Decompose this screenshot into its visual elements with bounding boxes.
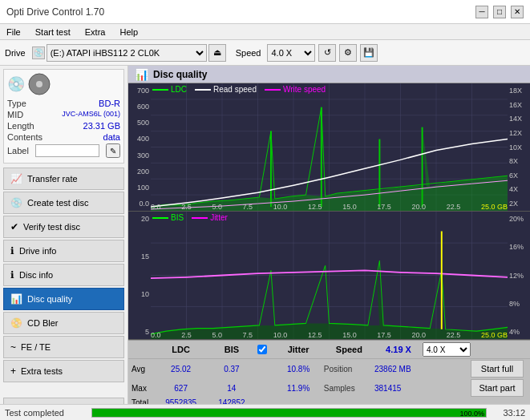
progress-bar-container: 100.0%	[91, 408, 487, 418]
chart1-container: LDC Read speed Write speed 700 600 500	[128, 83, 530, 212]
max-ldc: 627	[156, 384, 206, 393]
read-speed-legend-label: Read speed	[213, 85, 257, 94]
samples-label: Samples	[324, 384, 374, 393]
chart2-svg	[151, 212, 508, 339]
sidebar-item-cd-bler[interactable]: 📀 CD Bler	[3, 312, 124, 334]
menu-file[interactable]: File	[3, 27, 24, 37]
stats-avg-row: Avg 25.02 0.37 10.8% Position 23862 MB S…	[128, 359, 530, 378]
chart1-y-axis-left: 700 600 500 400 300 200 100 0.0	[128, 83, 151, 211]
drive-label: Drive	[5, 48, 26, 58]
window-controls: ─ □ ✕	[475, 6, 524, 18]
length-value: 23.31 GB	[83, 121, 120, 131]
chart1-x-labels: 0.0 2.5 5.0 7.5 10.0 12.5 15.0 17.5 20.0…	[151, 203, 508, 211]
menu-bar: File Start test Extra Help	[0, 24, 530, 40]
sidebar-item-create-test-disc[interactable]: 💿 Create test disc	[3, 192, 124, 214]
jitter-checkbox[interactable]	[257, 345, 273, 354]
chart1-y-axis-right: 18X 16X 14X 12X 10X 8X 6X 4X 2X	[508, 83, 530, 211]
menu-extra[interactable]: Extra	[82, 27, 109, 37]
cd-bler-icon: 📀	[10, 317, 22, 329]
ldc-legend-dot	[152, 89, 168, 91]
avg-bis: 0.37	[206, 365, 257, 374]
bis-legend-dot	[152, 217, 168, 219]
avg-jitter: 10.8%	[273, 365, 324, 374]
drive-info-icon: ℹ	[10, 245, 14, 256]
right-panel: 📊 Disc quality LDC Read speed	[128, 66, 530, 420]
contents-value: data	[103, 132, 120, 142]
max-bis: 14	[206, 384, 257, 393]
menu-start-test[interactable]: Start test	[32, 27, 74, 37]
sidebar-item-disc-quality[interactable]: 📊 Disc quality	[3, 288, 124, 310]
contents-label: Contents	[7, 132, 42, 142]
charts-area: LDC Read speed Write speed 700 600 500	[128, 83, 530, 340]
left-panel: 💿 Type BD-R MID JVC-AMS6L (001) Length 2…	[0, 66, 128, 420]
chart2-y-axis-right: 20% 16% 12% 8% 4%	[508, 212, 530, 339]
speed-label: Speed	[236, 48, 261, 58]
disc-quality-icon: 📊	[10, 293, 22, 305]
label-label: Label	[7, 146, 29, 155]
transfer-rate-icon: 📈	[10, 173, 22, 184]
maximize-button[interactable]: □	[493, 6, 506, 18]
speed-header: Speed	[324, 345, 374, 354]
stats-headers-row: LDC BIS Jitter Speed 4.19 X 4.0 X	[128, 341, 530, 359]
sidebar-item-extra-tests[interactable]: + Extra tests	[3, 360, 124, 382]
status-text: Test completed	[5, 408, 85, 418]
position-label: Position	[324, 365, 374, 374]
disc-img	[28, 73, 51, 95]
drive-select[interactable]: (E:) ATAPI iHBS112 2 CL0K	[47, 44, 207, 62]
bis-header: BIS	[206, 345, 257, 354]
start-full-btn-area: Start full	[471, 360, 527, 378]
jitter-checkbox-input[interactable]	[257, 345, 267, 354]
close-button[interactable]: ✕	[511, 6, 524, 18]
label-input[interactable]	[35, 144, 99, 157]
samples-value: 381415	[374, 384, 423, 393]
jitter-legend-dot	[192, 217, 208, 219]
disc-quality-header-icon: 📊	[135, 68, 148, 81]
minimize-button[interactable]: ─	[475, 6, 488, 18]
sidebar-item-verify-test-disc[interactable]: ✔ Verify test disc	[3, 216, 124, 238]
label-edit-button[interactable]: ✎	[106, 143, 120, 158]
start-part-btn-area: Start part	[471, 379, 527, 397]
sidebar-item-transfer-rate[interactable]: 📈 Transfer rate	[3, 168, 124, 190]
position-value: 23862 MB	[374, 365, 423, 374]
main-area: 💿 Type BD-R MID JVC-AMS6L (001) Length 2…	[0, 66, 530, 420]
window-title: Opti Drive Control 1.70	[6, 6, 104, 18]
chart2-x-labels: 0.0 2.5 5.0 7.5 10.0 12.5 15.0 17.5 20.0…	[151, 331, 508, 339]
save-button[interactable]: 💾	[360, 44, 378, 62]
chart2-container: BIS Jitter 20 15 10 5 20% 16	[128, 212, 530, 340]
svg-point-1	[36, 81, 42, 87]
jitter-header: Jitter	[273, 345, 324, 354]
menu-help[interactable]: Help	[116, 27, 141, 37]
speed-select-stats[interactable]: 4.0 X	[423, 342, 471, 357]
sidebar-item-drive-info[interactable]: ℹ Drive info	[3, 240, 124, 262]
bis-legend-label: BIS	[171, 213, 184, 222]
start-full-button[interactable]: Start full	[471, 360, 524, 378]
max-jitter: 11.9%	[273, 384, 324, 393]
avg-label: Avg	[131, 365, 156, 374]
refresh-button[interactable]: ↺	[318, 44, 336, 62]
max-speed-area: Samples	[324, 384, 374, 393]
progress-text: 100.0%	[459, 409, 484, 418]
ldc-legend-label: LDC	[171, 85, 187, 94]
disc-info-icon: ℹ	[10, 269, 14, 281]
sidebar-item-fe-te[interactable]: ~ FE / TE	[3, 336, 124, 358]
settings-button[interactable]: ⚙	[339, 44, 357, 62]
start-part-button[interactable]: Start part	[471, 379, 524, 397]
disc-info-box: 💿 Type BD-R MID JVC-AMS6L (001) Length 2…	[3, 69, 124, 164]
write-speed-legend-dot	[265, 89, 281, 91]
fe-te-icon: ~	[10, 341, 16, 353]
disc-icon: 💿	[7, 75, 25, 93]
max-label: Max	[131, 384, 156, 393]
status-bar: Test completed 100.0% 33:12	[0, 404, 530, 420]
progress-bar-fill	[92, 409, 486, 417]
disc-quality-header: 📊 Disc quality	[128, 66, 530, 83]
chart2-legend: BIS Jitter	[152, 213, 228, 222]
speed-select[interactable]: 4.0 X	[267, 44, 315, 62]
extra-tests-icon: +	[10, 365, 16, 377]
avg-ldc: 25.02	[156, 365, 206, 374]
sidebar-item-disc-info[interactable]: ℹ Disc info	[3, 264, 124, 286]
speed-value: 4.19 X	[374, 345, 423, 354]
eject-button[interactable]: ⏏	[208, 44, 226, 62]
create-test-icon: 💿	[10, 197, 22, 208]
stats-max-row: Max 627 14 11.9% Samples 381415 Start pa…	[128, 378, 530, 398]
time-display: 33:12	[493, 408, 525, 418]
